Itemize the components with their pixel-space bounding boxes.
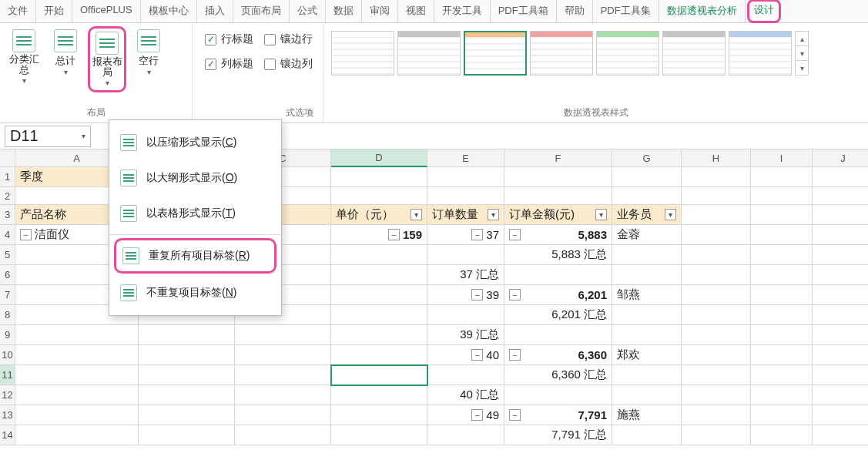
subtotals-button[interactable]: 分类汇总 ▾ (5, 26, 43, 88)
collapse-icon[interactable]: – (509, 289, 521, 301)
collapse-icon[interactable]: – (509, 349, 521, 361)
cell-E14[interactable] (427, 425, 504, 445)
cell-H10[interactable] (682, 345, 751, 365)
cell-A12[interactable] (15, 385, 139, 405)
cell-D1[interactable] (331, 167, 427, 187)
tab-help[interactable]: 帮助 (557, 0, 593, 22)
tab-formula[interactable]: 公式 (290, 0, 326, 22)
cell-C10[interactable] (235, 345, 331, 365)
cell-B13[interactable] (139, 405, 235, 425)
style-thumb-1[interactable] (331, 31, 394, 76)
cell-G11[interactable] (612, 365, 682, 385)
cell-G10[interactable]: 郑欢 (612, 345, 682, 365)
style-thumb-5[interactable] (596, 31, 659, 76)
cell-G9[interactable] (612, 325, 682, 345)
cell-I2[interactable] (751, 187, 813, 205)
row-13[interactable]: 13 (0, 405, 15, 425)
row-headers-check[interactable]: 行标题 (205, 32, 253, 46)
col-D[interactable]: D (331, 149, 427, 167)
row-14[interactable]: 14 (0, 425, 15, 445)
menu-outline-form[interactable]: 以大纲形式显示(O) (109, 160, 281, 196)
cell-J6[interactable] (813, 265, 868, 285)
cell-G12[interactable] (612, 385, 682, 405)
cell-B14[interactable] (139, 425, 235, 445)
cell-H7[interactable] (682, 285, 751, 305)
cell-G5[interactable] (612, 245, 682, 265)
cell-F2[interactable] (504, 187, 612, 205)
cell-H8[interactable] (682, 305, 751, 325)
cell-D3[interactable]: 单价（元）▾ (331, 205, 427, 225)
row-12[interactable]: 12 (0, 385, 15, 405)
menu-no-repeat-labels[interactable]: 不重复项目标签(N) (109, 275, 281, 311)
cell-G4[interactable]: 金蓉 (612, 225, 682, 245)
cell-H14[interactable] (682, 425, 751, 445)
cell-C9[interactable] (235, 325, 331, 345)
cell-E3[interactable]: 订单数量▾ (427, 205, 504, 225)
cell-H4[interactable] (682, 225, 751, 245)
tab-dev[interactable]: 开发工具 (434, 0, 491, 22)
cell-D2[interactable] (331, 187, 427, 205)
row-10[interactable]: 10 (0, 345, 15, 365)
cell-J9[interactable] (813, 325, 868, 345)
cell-J1[interactable] (813, 167, 868, 187)
cell-A10[interactable] (15, 345, 139, 365)
banded-cols-check[interactable]: 镶边列 (264, 57, 313, 71)
cell-I7[interactable] (751, 285, 813, 305)
cell-H5[interactable] (682, 245, 751, 265)
cell-J3[interactable] (813, 205, 868, 225)
cell-F7[interactable]: –6,201 (504, 285, 612, 305)
cell-E5[interactable] (427, 245, 504, 265)
col-F[interactable]: F (504, 149, 612, 167)
tab-review[interactable]: 审阅 (362, 0, 398, 22)
row-8[interactable]: 8 (0, 305, 15, 325)
cell-F3[interactable]: 订单金额(元)▾ (504, 205, 612, 225)
select-all-corner[interactable] (0, 149, 15, 167)
cell-I14[interactable] (751, 425, 813, 445)
cell-J5[interactable] (813, 245, 868, 265)
cell-D14[interactable] (331, 425, 427, 445)
row-11[interactable]: 11 (0, 365, 15, 385)
filter-icon[interactable]: ▾ (411, 209, 422, 220)
cell-F6[interactable] (504, 265, 612, 285)
row-1[interactable]: 1 (0, 167, 15, 187)
cell-I3[interactable] (751, 205, 813, 225)
cell-E4[interactable]: –37 (427, 225, 504, 245)
cell-E7[interactable]: –39 (427, 285, 504, 305)
cell-H3[interactable] (682, 205, 751, 225)
cell-J2[interactable] (813, 187, 868, 205)
cell-G2[interactable] (612, 187, 682, 205)
cell-D10[interactable] (331, 345, 427, 365)
tab-pdfbox[interactable]: PDF工具箱 (491, 0, 557, 22)
cell-J11[interactable] (813, 365, 868, 385)
row-2[interactable]: 2 (0, 187, 15, 205)
collapse-icon[interactable]: – (509, 409, 521, 421)
collapse-icon[interactable]: – (388, 229, 400, 240)
cell-F4[interactable]: –5,883 (504, 225, 612, 245)
cell-I9[interactable] (751, 325, 813, 345)
cell-H13[interactable] (682, 405, 751, 425)
cell-H12[interactable] (682, 385, 751, 405)
collapse-icon[interactable]: – (471, 409, 483, 421)
cell-D7[interactable] (331, 285, 427, 305)
cell-A11[interactable] (15, 365, 139, 385)
cell-E2[interactable] (427, 187, 504, 205)
cell-I10[interactable] (751, 345, 813, 365)
blank-rows-button[interactable]: 空行 ▾ (129, 26, 168, 79)
col-E[interactable]: E (427, 149, 504, 167)
cell-D5[interactable] (331, 245, 427, 265)
style-thumb-2[interactable] (397, 31, 461, 76)
cell-A14[interactable] (15, 425, 139, 445)
cell-J8[interactable] (813, 305, 868, 325)
row-5[interactable]: 5 (0, 245, 15, 265)
cell-E13[interactable]: –49 (427, 405, 504, 425)
cell-G14[interactable] (612, 425, 682, 445)
cell-D8[interactable] (331, 305, 427, 325)
cell-G1[interactable] (612, 167, 682, 187)
cell-B10[interactable] (139, 345, 235, 365)
col-I[interactable]: I (751, 149, 813, 167)
cell-E6[interactable]: 37 汇总 (427, 265, 504, 285)
filter-icon[interactable]: ▾ (665, 209, 676, 220)
style-thumb-7[interactable] (729, 31, 792, 76)
cell-G3[interactable]: 业务员▾ (612, 205, 682, 225)
cell-J14[interactable] (813, 425, 868, 445)
